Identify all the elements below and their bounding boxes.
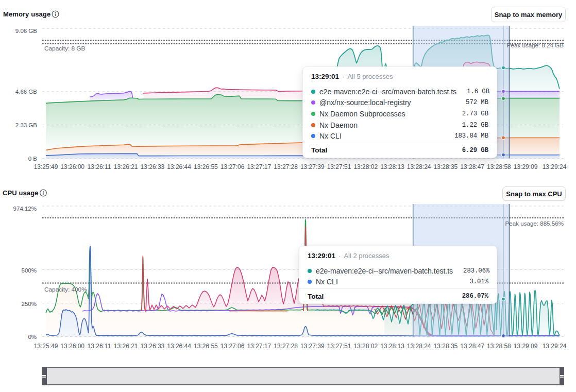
svg-text:13:27:51: 13:27:51 xyxy=(327,343,351,350)
svg-text:13:28:58: 13:28:58 xyxy=(487,343,511,350)
svg-text:974.12%: 974.12% xyxy=(13,206,37,212)
svg-text:13:26:55: 13:26:55 xyxy=(194,163,218,171)
svg-text:13:29:09: 13:29:09 xyxy=(514,343,538,350)
svg-text:13:28:13: 13:28:13 xyxy=(380,343,404,350)
svg-text:13:29:24: 13:29:24 xyxy=(543,343,567,350)
svg-text:13:28:13: 13:28:13 xyxy=(380,163,404,171)
svg-text:13:26:55: 13:26:55 xyxy=(194,343,218,350)
svg-text:13:28:24: 13:28:24 xyxy=(407,343,431,350)
svg-text:13:26:11: 13:26:11 xyxy=(88,163,111,171)
svg-text:13:27:17: 13:27:17 xyxy=(247,163,271,171)
svg-text:13:27:28: 13:27:28 xyxy=(274,343,298,350)
svg-text:13:28:24: 13:28:24 xyxy=(407,163,431,171)
svg-text:13:29:24: 13:29:24 xyxy=(543,163,567,171)
svg-text:13:27:06: 13:27:06 xyxy=(221,343,245,350)
svg-text:13:26:21: 13:26:21 xyxy=(114,343,138,350)
svg-text:13:27:06: 13:27:06 xyxy=(221,163,245,171)
svg-text:13:28:35: 13:28:35 xyxy=(434,163,458,171)
svg-text:13:27:17: 13:27:17 xyxy=(247,343,271,350)
svg-text:13:26:00: 13:26:00 xyxy=(60,163,84,171)
svg-text:Peak usage: 885.56%: Peak usage: 885.56% xyxy=(505,220,564,227)
svg-text:13:27:39: 13:27:39 xyxy=(300,163,325,171)
svg-text:13:28:02: 13:28:02 xyxy=(353,343,378,350)
svg-text:13:26:44: 13:26:44 xyxy=(167,343,191,350)
svg-text:0 B: 0 B xyxy=(28,156,38,162)
svg-text:13:27:39: 13:27:39 xyxy=(300,343,325,350)
svg-text:13:26:21: 13:26:21 xyxy=(114,163,138,171)
svg-text:2.33 GB: 2.33 GB xyxy=(15,122,38,128)
svg-text:13:28:47: 13:28:47 xyxy=(460,343,484,350)
svg-text:250%: 250% xyxy=(22,301,37,307)
svg-text:Peak usage: 8.24 GB: Peak usage: 8.24 GB xyxy=(507,42,564,48)
svg-text:Capacity: 400%: Capacity: 400% xyxy=(44,286,87,293)
svg-text:13:28:47: 13:28:47 xyxy=(460,163,484,171)
svg-text:13:28:35: 13:28:35 xyxy=(434,343,458,350)
svg-text:13:25:49: 13:25:49 xyxy=(34,343,58,350)
svg-text:13:29:09: 13:29:09 xyxy=(514,163,538,171)
svg-text:13:25:49: 13:25:49 xyxy=(34,163,58,171)
svg-text:13:27:28: 13:27:28 xyxy=(274,163,298,171)
svg-text:13:26:33: 13:26:33 xyxy=(141,343,165,350)
svg-text:500%: 500% xyxy=(22,267,37,274)
svg-text:13:26:11: 13:26:11 xyxy=(88,343,111,350)
svg-text:13:28:02: 13:28:02 xyxy=(353,163,378,171)
svg-text:13:28:58: 13:28:58 xyxy=(487,163,511,171)
svg-text:Capacity: 8 GB: Capacity: 8 GB xyxy=(44,45,85,52)
svg-text:13:26:00: 13:26:00 xyxy=(60,343,84,350)
svg-text:0%: 0% xyxy=(28,334,37,340)
svg-text:4.66 GB: 4.66 GB xyxy=(15,89,38,95)
svg-text:9.06 GB: 9.06 GB xyxy=(15,28,38,34)
svg-text:13:26:44: 13:26:44 xyxy=(167,163,191,171)
svg-text:13:27:51: 13:27:51 xyxy=(327,163,351,171)
svg-text:13:26:33: 13:26:33 xyxy=(141,163,165,171)
